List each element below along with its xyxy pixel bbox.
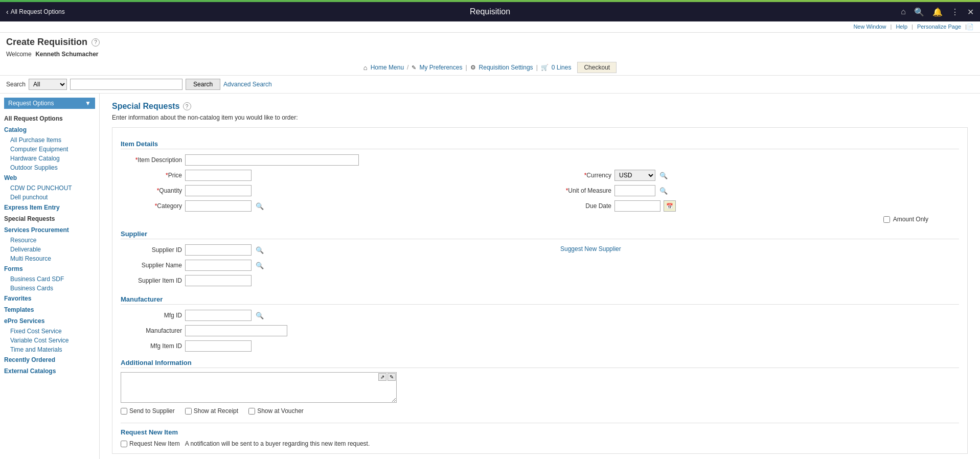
sidebar-catalog-label[interactable]: Catalog	[0, 124, 99, 135]
sidebar-item-dell[interactable]: Dell punchout	[0, 193, 99, 202]
supplier-id-input[interactable]	[185, 244, 252, 256]
show-at-receipt-label[interactable]: Show at Receipt	[185, 407, 238, 415]
show-at-voucher-checkbox[interactable]	[248, 408, 255, 415]
sidebar-item-all-purchase[interactable]: All Purchase Items	[0, 135, 99, 145]
toolbar-row: ⌂ Home Menu / ✎ My Preferences | ⚙ Requi…	[0, 60, 980, 76]
welcome-label: Welcome	[6, 51, 32, 58]
request-options-button[interactable]: Request Options ▼	[4, 98, 95, 109]
special-requests-help-icon[interactable]: ?	[183, 102, 191, 110]
home-menu-link[interactable]: Home Menu	[371, 64, 404, 71]
sidebar-epro-label[interactable]: ePro Services	[0, 315, 99, 327]
toolbar-nav-links: ⌂ Home Menu / ✎ My Preferences | ⚙ Requi…	[363, 64, 572, 72]
quantity-label: *Quantity	[121, 187, 182, 194]
sidebar-recently-ordered[interactable]: Recently Ordered	[0, 354, 99, 365]
sidebar-external-catalogs[interactable]: External Catalogs	[0, 365, 99, 377]
additional-info-textarea[interactable]	[121, 372, 397, 403]
mfg-id-input[interactable]	[185, 310, 252, 321]
sidebar-item-fixed-cost[interactable]: Fixed Cost Service	[0, 327, 99, 336]
search-button[interactable]: Search	[186, 79, 220, 90]
new-window-link[interactable]: New Window	[853, 24, 886, 30]
sidebar-item-time-materials[interactable]: Time and Materials	[0, 345, 99, 354]
amount-only-row: Amount Only	[550, 215, 959, 224]
sidebar-item-multi-resource[interactable]: Multi Resource	[0, 254, 99, 263]
search-icon[interactable]: 🔍	[914, 7, 924, 17]
request-new-item-checkbox[interactable]	[121, 441, 127, 447]
show-at-voucher-label[interactable]: Show at Voucher	[248, 407, 304, 415]
sidebar-item-outdoor-supplies[interactable]: Outdoor Supplies	[0, 163, 99, 172]
more-dots-icon[interactable]: ⋮	[951, 7, 959, 17]
send-to-supplier-label[interactable]: Send to Supplier	[121, 407, 175, 415]
additional-info-title: Additional Information	[121, 359, 959, 368]
item-details-form: *Price *Quantity *Category 🔍	[121, 169, 959, 224]
manufacturer-input[interactable]	[185, 325, 287, 336]
mfg-item-input[interactable]	[185, 340, 252, 352]
suggest-new-supplier-link[interactable]: Suggest New Supplier	[560, 245, 621, 253]
checkout-button[interactable]: Checkout	[577, 62, 617, 73]
category-search-icon[interactable]: 🔍	[255, 202, 265, 210]
currency-search-icon[interactable]: 🔍	[658, 172, 669, 179]
cart-lines-link[interactable]: 0 Lines	[552, 64, 572, 71]
uom-search-icon[interactable]: 🔍	[658, 187, 669, 195]
category-input[interactable]	[185, 200, 252, 212]
due-date-input[interactable]	[614, 200, 660, 212]
currency-select[interactable]: USD	[614, 170, 655, 181]
sidebar-favorites[interactable]: Favorites	[0, 293, 99, 304]
sidebar-item-cdw[interactable]: CDW DC PUNCHOUT	[0, 183, 99, 193]
advanced-search-link[interactable]: Advanced Search	[223, 81, 272, 88]
sidebar-special-requests[interactable]: Special Requests	[0, 213, 99, 224]
page-help-icon[interactable]: ?	[92, 38, 100, 47]
show-at-receipt-checkbox[interactable]	[185, 408, 192, 415]
supplier-id-search-icon[interactable]: 🔍	[255, 246, 265, 254]
back-arrow-icon: ‹	[6, 8, 9, 16]
search-input[interactable]	[70, 79, 183, 90]
uom-input[interactable]	[614, 185, 655, 196]
textarea-edit-icon[interactable]: ✎	[388, 373, 396, 381]
requisition-settings-link[interactable]: Requisition Settings	[479, 64, 533, 71]
manufacturer-label: Manufacturer	[121, 327, 182, 334]
sidebar-express-item[interactable]: Express Item Entry	[0, 202, 99, 213]
special-requests-description: Enter information about the non-catalog …	[112, 114, 968, 121]
sidebar-templates[interactable]: Templates	[0, 304, 99, 315]
textarea-expand-icon[interactable]: ⇗	[378, 373, 386, 381]
settings-icon: ⚙	[470, 64, 476, 71]
sidebar-item-business-card-sdf[interactable]: Business Card SDF	[0, 274, 99, 284]
page-icon[interactable]: 📄	[967, 24, 974, 30]
additional-info-area: ⇗ ✎ Send to Supplier Show at Receipt	[121, 372, 959, 415]
mfg-id-search-icon[interactable]: 🔍	[255, 312, 265, 319]
home-icon[interactable]: ⌂	[901, 7, 906, 16]
back-button[interactable]: ‹ All Request Options	[6, 8, 65, 16]
sidebar-item-computer-equipment[interactable]: Computer Equipment	[0, 145, 99, 154]
dropdown-arrow-icon: ▼	[85, 100, 91, 107]
amount-only-checkbox[interactable]	[883, 216, 890, 223]
supplier-name-search-icon[interactable]: 🔍	[255, 262, 265, 269]
sidebar-all-request-options: All Request Options	[0, 113, 99, 124]
page-nav-title: Requisition	[470, 7, 510, 16]
price-input[interactable]	[185, 170, 252, 181]
sidebar-item-variable-cost[interactable]: Variable Cost Service	[0, 336, 99, 345]
bell-icon[interactable]: 🔔	[932, 7, 943, 17]
supplier-name-input[interactable]	[185, 260, 252, 271]
close-icon[interactable]: ✕	[967, 7, 974, 17]
sidebar-web-label[interactable]: Web	[0, 172, 99, 183]
sidebar-forms-label[interactable]: Forms	[0, 263, 99, 274]
supplier-item-label: Supplier Item ID	[121, 277, 182, 284]
help-link[interactable]: Help	[896, 24, 907, 30]
sidebar-item-business-cards[interactable]: Business Cards	[0, 284, 99, 293]
calendar-icon[interactable]: 📅	[664, 200, 676, 212]
supplier-item-input[interactable]	[185, 275, 252, 286]
sidebar-item-resource[interactable]: Resource	[0, 236, 99, 245]
send-to-supplier-checkbox[interactable]	[121, 408, 127, 415]
request-new-item-label[interactable]: Request New Item	[121, 440, 180, 447]
top-nav-bar: ‹ All Request Options Requisition ⌂ 🔍 🔔 …	[0, 2, 980, 21]
my-preferences-link[interactable]: My Preferences	[419, 64, 462, 71]
personalize-link[interactable]: Personalize Page	[917, 24, 961, 30]
price-label: *Price	[121, 172, 182, 179]
quantity-input[interactable]	[185, 185, 252, 196]
sidebar-item-hardware-catalog[interactable]: Hardware Catalog	[0, 154, 99, 163]
sidebar-services-label[interactable]: Services Procurement	[0, 224, 99, 236]
item-description-input[interactable]	[185, 154, 359, 166]
sidebar-item-deliverable[interactable]: Deliverable	[0, 245, 99, 254]
form-container: Item Details *Item Description *Price *Q…	[112, 127, 968, 454]
search-category-select[interactable]: All Catalog Supplier Item	[29, 79, 67, 90]
amount-only-label[interactable]: Amount Only	[893, 216, 928, 223]
